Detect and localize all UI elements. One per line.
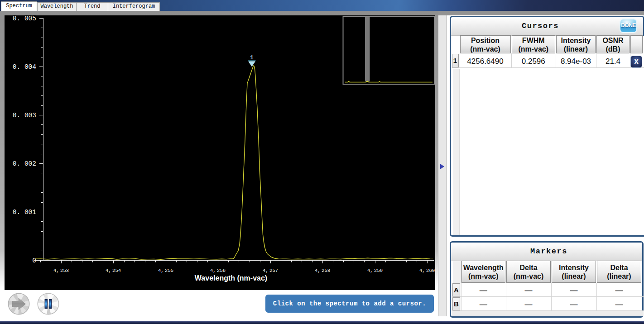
- svg-text:4,256: 4,256: [210, 268, 226, 273]
- svg-text:Wavelength (nm-vac): Wavelength (nm-vac): [195, 274, 267, 282]
- svg-text:0. 003: 0. 003: [13, 112, 36, 119]
- svg-text:0: 0: [32, 257, 36, 264]
- svg-text:0. 005: 0. 005: [13, 15, 36, 22]
- svg-text:4,254: 4,254: [106, 268, 121, 273]
- svg-text:4,257: 4,257: [263, 268, 278, 273]
- svg-text:0. 002: 0. 002: [13, 160, 36, 167]
- svg-text:4,255: 4,255: [158, 268, 173, 273]
- svg-text:4,260: 4,260: [419, 268, 435, 273]
- svg-text:0. 004: 0. 004: [13, 63, 36, 71]
- svg-text:1: 1: [250, 54, 254, 61]
- svg-text:4,259: 4,259: [367, 268, 383, 273]
- svg-text:4,253: 4,253: [53, 268, 69, 273]
- svg-text:0. 001: 0. 001: [13, 209, 36, 216]
- svg-text:4,258: 4,258: [315, 268, 330, 273]
